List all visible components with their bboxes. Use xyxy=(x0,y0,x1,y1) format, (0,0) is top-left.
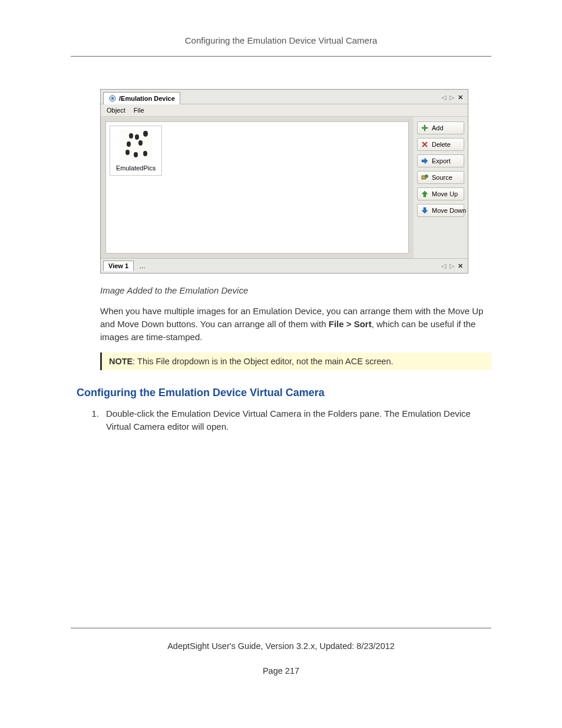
steps-list: 1. Double-click the Emulation Device Vir… xyxy=(88,407,491,433)
figure-caption: Image Added to the Emulation Device xyxy=(100,285,491,295)
emulation-device-window: /Emulation Device ◁ ▷ ✕ Object File xyxy=(100,89,468,274)
tab-close-icon[interactable]: ✕ xyxy=(458,94,463,101)
source-label: Source xyxy=(432,174,452,181)
menubar: Object File xyxy=(101,104,468,117)
delete-button[interactable]: Delete xyxy=(417,138,464,151)
delete-icon xyxy=(421,141,428,148)
bottom-next-icon[interactable]: ▷ xyxy=(449,263,454,269)
page-header-title: Configuring the Emulation Device Virtual… xyxy=(71,35,491,57)
image-list-panel[interactable]: EmulatedPics xyxy=(105,121,409,253)
move-up-button[interactable]: Move Up xyxy=(417,187,464,200)
step-1-text: Double-click the Emulation Device Virtua… xyxy=(106,407,491,433)
thumbnail-label: EmulatedPics xyxy=(116,164,156,172)
plus-icon xyxy=(421,124,428,131)
arrow-down-icon xyxy=(421,207,428,214)
svg-point-1 xyxy=(111,97,114,100)
note-label: NOTE xyxy=(109,357,133,366)
step-1-number: 1. xyxy=(88,407,99,433)
note-box: NOTE: This File dropdown is in the Objec… xyxy=(100,353,491,370)
step-1: 1. Double-click the Emulation Device Vir… xyxy=(88,407,491,433)
page-footer: AdeptSight User's Guide, Version 3.2.x, … xyxy=(71,628,491,676)
bottom-tab-more[interactable]: … xyxy=(134,261,151,271)
bottom-close-icon[interactable]: ✕ xyxy=(458,263,463,269)
bottom-prev-icon[interactable]: ◁ xyxy=(441,263,446,269)
window-tabstrip: /Emulation Device ◁ ▷ ✕ xyxy=(101,90,468,104)
move-down-button[interactable]: Move Down xyxy=(417,204,464,217)
bottom-tab-view1[interactable]: View 1 xyxy=(103,261,134,271)
arrow-up-icon xyxy=(421,190,428,197)
move-up-label: Move Up xyxy=(432,190,458,197)
note-text: : This File dropdown is in the Object ed… xyxy=(133,357,393,366)
para1-bold: File > Sort xyxy=(329,319,372,329)
tab-prev-icon[interactable]: ◁ xyxy=(441,94,446,101)
menu-object[interactable]: Object xyxy=(107,107,125,114)
bottom-tabstrip: View 1 … ◁ ▷ ✕ xyxy=(101,258,468,273)
image-thumbnail-item[interactable]: EmulatedPics xyxy=(110,126,162,176)
export-label: Export xyxy=(432,157,451,164)
export-button[interactable]: Export xyxy=(417,154,464,167)
page-number: Page 217 xyxy=(71,666,491,676)
export-icon xyxy=(421,157,428,164)
tab-next-icon[interactable]: ▷ xyxy=(449,94,454,101)
tab-emulation-device[interactable]: /Emulation Device xyxy=(103,92,180,104)
tab-label: /Emulation Device xyxy=(119,95,175,102)
add-label: Add xyxy=(432,124,444,131)
device-icon xyxy=(108,94,117,103)
side-toolbar: Add Delete Export Source Move Up xyxy=(414,117,468,258)
section-heading: Configuring the Emulation Device Virtual… xyxy=(77,387,491,399)
delete-label: Delete xyxy=(432,141,451,148)
footer-line: AdeptSight User's Guide, Version 3.2.x, … xyxy=(71,641,491,651)
move-down-label: Move Down xyxy=(432,207,466,214)
source-icon xyxy=(421,174,428,181)
source-button[interactable]: Source xyxy=(417,171,464,184)
svg-point-3 xyxy=(425,175,428,178)
body-paragraph-1: When you have multiple images for an Emu… xyxy=(100,305,491,343)
menu-file[interactable]: File xyxy=(134,107,144,114)
add-button[interactable]: Add xyxy=(417,121,464,134)
image-thumbnail xyxy=(120,130,152,162)
